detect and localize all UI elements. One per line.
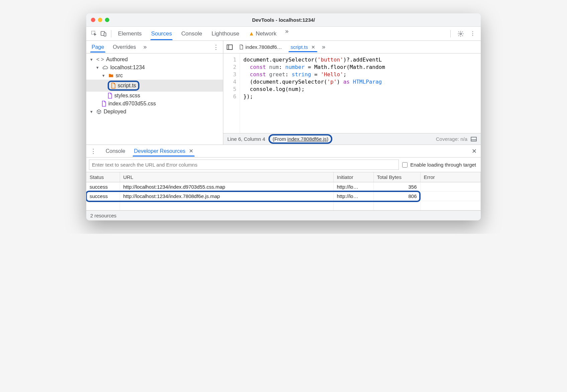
sourcemap-origin[interactable]: (From index.7808df6e.js) <box>268 134 332 144</box>
editor-tab-index-js[interactable]: index.7808df6… <box>237 42 284 52</box>
separator <box>450 30 451 37</box>
tree-label: src <box>116 73 123 79</box>
editor-panel: index.7808df6… script.ts ✕ » 123456 docu… <box>223 41 481 144</box>
disclosure-icon: ▼ <box>90 58 94 62</box>
editor-tab-label: script.ts <box>291 44 308 50</box>
drawer-tab-console[interactable]: Console <box>104 146 127 156</box>
main-toolbar: Elements Sources Console Lighthouse ▲Net… <box>86 27 481 41</box>
tree-label: Authored <box>106 57 128 63</box>
more-navigator-tabs-icon[interactable]: » <box>143 43 147 51</box>
code-content[interactable]: document.querySelector('button')?.addEve… <box>240 54 481 133</box>
filter-input[interactable] <box>89 160 399 170</box>
settings-icon[interactable] <box>456 29 465 38</box>
tab-lighthouse[interactable]: Lighthouse <box>211 28 240 40</box>
tree-deployed[interactable]: ▼ Deployed <box>86 108 223 116</box>
from-suffix: ) <box>327 136 328 142</box>
more-tabs-icon[interactable]: » <box>285 28 289 40</box>
tab-console[interactable]: Console <box>181 28 203 40</box>
folder-icon <box>108 73 114 78</box>
navigator-panel: Page Overrides » ⋮ ▼ < > Authored ▼ loca… <box>86 41 223 144</box>
enable-loading-label: Enable loading through target <box>410 162 476 168</box>
highlight-annotation: script.ts <box>108 81 139 91</box>
window-title: DevTools - localhost:1234/ <box>86 17 481 23</box>
sources-split: Page Overrides » ⋮ ▼ < > Authored ▼ loca… <box>86 41 481 144</box>
enable-loading-toggle[interactable]: Enable loading through target <box>402 162 478 168</box>
col-initiator[interactable]: Initiator <box>333 172 373 182</box>
resources-table: Status URL Initiator Total Bytes Error s… <box>86 172 481 210</box>
drawer-panel: ⋮ Console Developer Resources ✕ ✕ Enable… <box>86 144 481 220</box>
tab-network[interactable]: ▲Network <box>248 28 277 40</box>
toggle-details-icon[interactable] <box>471 137 477 141</box>
tab-sources[interactable]: Sources <box>150 28 173 40</box>
tree-file-index-css[interactable]: index.d9703d55.css <box>86 100 223 108</box>
close-drawer-icon[interactable]: ✕ <box>472 148 477 155</box>
svg-point-3 <box>460 33 462 34</box>
toggle-navigator-icon[interactable] <box>227 44 233 50</box>
filter-bar: Enable loading through target <box>86 158 481 172</box>
coverage-status: Coverage: n/a <box>436 136 467 142</box>
code-editor[interactable]: 123456 document.querySelector('button')?… <box>223 54 481 133</box>
tab-network-label: Network <box>256 30 276 37</box>
cloud-icon <box>102 65 108 70</box>
drawer-tab-label: Developer Resources <box>134 148 186 154</box>
col-status[interactable]: Status <box>86 172 120 182</box>
svg-rect-4 <box>227 45 232 50</box>
code-icon: < > <box>96 57 104 63</box>
tree-host[interactable]: ▼ localhost:1234 <box>86 64 223 72</box>
drawer-options-icon[interactable]: ⋮ <box>90 148 96 155</box>
col-error[interactable]: Error <box>420 172 480 182</box>
file-icon <box>111 83 116 89</box>
warning-icon: ▲ <box>249 30 254 37</box>
tree-label: index.d9703d55.css <box>108 101 156 107</box>
toolbar-right: ⋮ <box>448 29 477 38</box>
tree-label: styles.scss <box>114 93 140 99</box>
file-tree: ▼ < > Authored ▼ localhost:1234 ▼ <box>86 54 223 144</box>
inspect-element-icon[interactable] <box>90 29 99 38</box>
table-row[interactable]: successhttp://localhost:1234/index.d9703… <box>86 182 481 192</box>
tree-folder-src[interactable]: ▼ src <box>86 72 223 80</box>
more-editor-tabs-icon[interactable]: » <box>322 43 325 51</box>
tree-authored[interactable]: ▼ < > Authored <box>86 56 223 64</box>
navigator-tabs: Page Overrides » ⋮ <box>86 41 223 54</box>
from-link[interactable]: index.7808df6e.js <box>288 136 327 142</box>
disclosure-icon: ▼ <box>96 66 100 70</box>
main-tabs: Elements Sources Console Lighthouse ▲Net… <box>117 28 448 40</box>
editor-tab-script-ts[interactable]: script.ts ✕ <box>289 42 317 52</box>
from-prefix: (From <box>272 136 287 142</box>
table-header: Status URL Initiator Total Bytes Error <box>86 172 481 182</box>
col-bytes[interactable]: Total Bytes <box>373 172 420 182</box>
navigator-options-icon[interactable]: ⋮ <box>213 43 219 51</box>
table-row[interactable]: successhttp://localhost:1234/index.7808d… <box>86 192 481 201</box>
drawer-footer: 2 resources <box>86 210 481 220</box>
close-tab-icon[interactable]: ✕ <box>311 44 315 50</box>
file-icon <box>239 44 243 50</box>
line-gutter: 123456 <box>223 54 240 133</box>
tree-file-styles-scss[interactable]: styles.scss <box>86 92 223 100</box>
enable-loading-checkbox[interactable] <box>402 162 408 168</box>
disclosure-icon: ▼ <box>102 74 106 78</box>
navigator-tab-overrides[interactable]: Overrides <box>111 42 137 52</box>
svg-rect-2 <box>104 33 106 36</box>
close-drawer-tab-icon[interactable]: ✕ <box>189 148 193 154</box>
editor-statusbar: Line 6, Column 4 (From index.7808df6e.js… <box>223 133 481 144</box>
more-options-icon[interactable]: ⋮ <box>468 29 477 38</box>
file-icon <box>102 101 106 107</box>
col-url[interactable]: URL <box>120 172 333 182</box>
svg-rect-5 <box>471 137 476 141</box>
editor-tab-label: index.7808df6… <box>245 44 282 50</box>
editor-tabs: index.7808df6… script.ts ✕ » <box>223 41 481 54</box>
titlebar: DevTools - localhost:1234/ <box>86 13 481 27</box>
tab-elements[interactable]: Elements <box>117 28 142 40</box>
cursor-position: Line 6, Column 4 <box>227 136 265 142</box>
tree-label: Deployed <box>104 109 126 115</box>
tree-label: localhost:1234 <box>110 65 145 71</box>
tree-label: script.ts <box>118 83 136 89</box>
cube-icon <box>96 109 102 114</box>
file-icon <box>108 93 112 99</box>
device-toolbar-icon[interactable] <box>99 29 108 38</box>
drawer-tab-dev-resources[interactable]: Developer Resources ✕ <box>133 146 195 156</box>
navigator-tab-page[interactable]: Page <box>90 42 105 52</box>
table-row-empty <box>86 201 481 210</box>
tree-file-script-ts[interactable]: script.ts <box>86 80 223 92</box>
devtools-window: DevTools - localhost:1234/ Elements Sour… <box>86 13 481 220</box>
